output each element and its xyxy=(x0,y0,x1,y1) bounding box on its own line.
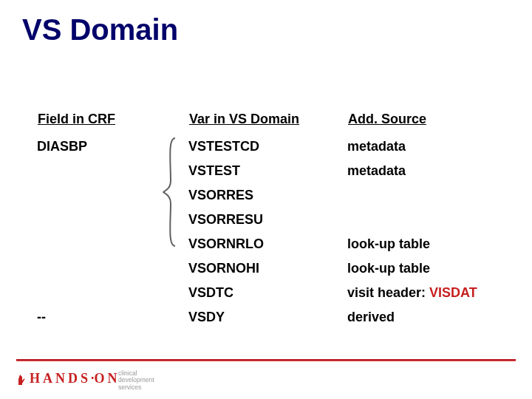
cell-crf xyxy=(37,183,188,208)
footer-logo: HANDS·ON xyxy=(16,371,120,386)
logo-sub-line: services xyxy=(118,384,154,391)
cell-var: VSDY xyxy=(188,305,347,330)
cell-crf xyxy=(37,256,188,281)
table-header-row: Field in CRF Var in VS Domain Add. Sourc… xyxy=(37,111,525,134)
hand-icon xyxy=(16,373,27,385)
cell-crf xyxy=(37,232,188,256)
cell-var: VSDTC xyxy=(188,281,347,305)
header-var: Var in VS Domain xyxy=(188,111,347,134)
cell-crf xyxy=(37,208,188,232)
slide: VS Domain Field in CRF Var in VS Domain … xyxy=(0,0,532,399)
cell-var: VSORRESU xyxy=(188,208,347,232)
logo-text-main: HANDS xyxy=(30,371,91,386)
cell-crf xyxy=(37,159,188,183)
cell-crf xyxy=(37,281,188,305)
table-row: -- VSDY derived xyxy=(37,305,525,330)
logo-text-tail: ON xyxy=(95,371,120,386)
table-row: VSORNRLO look-up table xyxy=(37,232,525,256)
cell-var: VSORNRLO xyxy=(188,232,347,256)
cell-var: VSORRES xyxy=(188,183,347,208)
cell-var: VSTESTCD xyxy=(188,134,347,159)
cell-var: VSTEST xyxy=(188,159,347,183)
footer-logo-subtitle: clinical development services xyxy=(118,370,154,391)
table-row: VSDTC visit header: VISDAT xyxy=(37,281,525,305)
cell-var: VSORNOHI xyxy=(188,256,347,281)
table-row: DIASBP VSTESTCD metadata xyxy=(37,134,525,159)
cell-source: metadata xyxy=(347,159,525,183)
footer-divider xyxy=(16,359,516,361)
cell-source xyxy=(347,208,525,232)
header-source: Add. Source xyxy=(347,111,525,134)
mapping-table: Field in CRF Var in VS Domain Add. Sourc… xyxy=(37,111,525,330)
table-row: VSORRESU xyxy=(37,208,525,232)
cell-source: look-up table xyxy=(347,256,525,281)
header-crf: Field in CRF xyxy=(37,111,188,134)
cell-source: derived xyxy=(347,305,525,330)
cell-source: visit header: VISDAT xyxy=(347,281,525,305)
cell-source: metadata xyxy=(347,134,525,159)
cell-crf: DIASBP xyxy=(37,134,188,159)
table-row: VSORRES xyxy=(37,183,525,208)
table-row: VSORNOHI look-up table xyxy=(37,256,525,281)
cell-crf: -- xyxy=(37,305,188,330)
cell-source xyxy=(347,183,525,208)
slide-title: VS Domain xyxy=(22,13,178,47)
table-row: VSTEST metadata xyxy=(37,159,525,183)
cell-source: look-up table xyxy=(347,232,525,256)
